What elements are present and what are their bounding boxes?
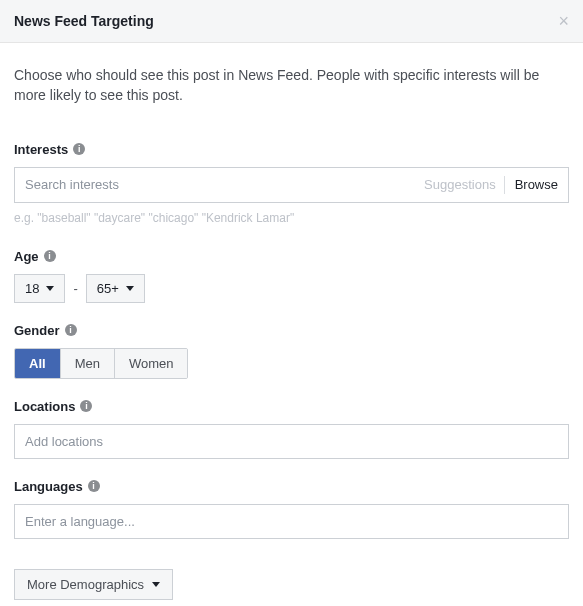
age-section: Age i 18 - 65+ bbox=[14, 249, 569, 303]
gender-section: Gender i All Men Women bbox=[14, 323, 569, 379]
info-icon[interactable]: i bbox=[80, 400, 92, 412]
info-icon[interactable]: i bbox=[88, 480, 100, 492]
locations-label-text: Locations bbox=[14, 399, 75, 414]
interests-hint: e.g. "baseball" "daycare" "chicago" "Ken… bbox=[14, 211, 569, 225]
chevron-down-icon bbox=[152, 582, 160, 587]
info-icon[interactable]: i bbox=[44, 250, 56, 262]
languages-label: Languages i bbox=[14, 479, 569, 494]
more-demographics-button[interactable]: More Demographics bbox=[14, 569, 173, 600]
gender-label-text: Gender bbox=[14, 323, 60, 338]
age-max-value: 65+ bbox=[97, 281, 119, 296]
chevron-down-icon bbox=[46, 286, 54, 291]
chevron-down-icon bbox=[126, 286, 134, 291]
age-min-select[interactable]: 18 bbox=[14, 274, 65, 303]
gender-men-button[interactable]: Men bbox=[60, 349, 114, 378]
age-max-select[interactable]: 65+ bbox=[86, 274, 145, 303]
interests-input-box: Suggestions Browse bbox=[14, 167, 569, 203]
interests-section: Interests i Suggestions Browse e.g. "bas… bbox=[14, 142, 569, 225]
interests-label-text: Interests bbox=[14, 142, 68, 157]
info-icon[interactable]: i bbox=[65, 324, 77, 336]
gender-toggle-group: All Men Women bbox=[14, 348, 188, 379]
close-icon[interactable]: × bbox=[558, 12, 569, 30]
info-icon[interactable]: i bbox=[73, 143, 85, 155]
interests-input[interactable] bbox=[15, 168, 416, 202]
interests-label: Interests i bbox=[14, 142, 569, 157]
dialog-content: Choose who should see this post in News … bbox=[0, 43, 583, 606]
age-label: Age i bbox=[14, 249, 569, 264]
browse-link[interactable]: Browse bbox=[505, 177, 568, 192]
more-demographics-label: More Demographics bbox=[27, 577, 144, 592]
locations-input[interactable] bbox=[14, 424, 569, 459]
languages-section: Languages i bbox=[14, 479, 569, 539]
dialog-header: News Feed Targeting × bbox=[0, 0, 583, 43]
suggestions-link[interactable]: Suggestions bbox=[416, 177, 504, 192]
gender-women-button[interactable]: Women bbox=[114, 349, 188, 378]
description-text: Choose who should see this post in News … bbox=[14, 65, 569, 106]
locations-label: Locations i bbox=[14, 399, 569, 414]
dialog-title: News Feed Targeting bbox=[14, 13, 154, 29]
gender-label: Gender i bbox=[14, 323, 569, 338]
languages-input[interactable] bbox=[14, 504, 569, 539]
languages-label-text: Languages bbox=[14, 479, 83, 494]
age-min-value: 18 bbox=[25, 281, 39, 296]
age-label-text: Age bbox=[14, 249, 39, 264]
gender-all-button[interactable]: All bbox=[15, 349, 60, 378]
locations-section: Locations i bbox=[14, 399, 569, 459]
age-range-row: 18 - 65+ bbox=[14, 274, 569, 303]
age-dash: - bbox=[73, 281, 77, 296]
